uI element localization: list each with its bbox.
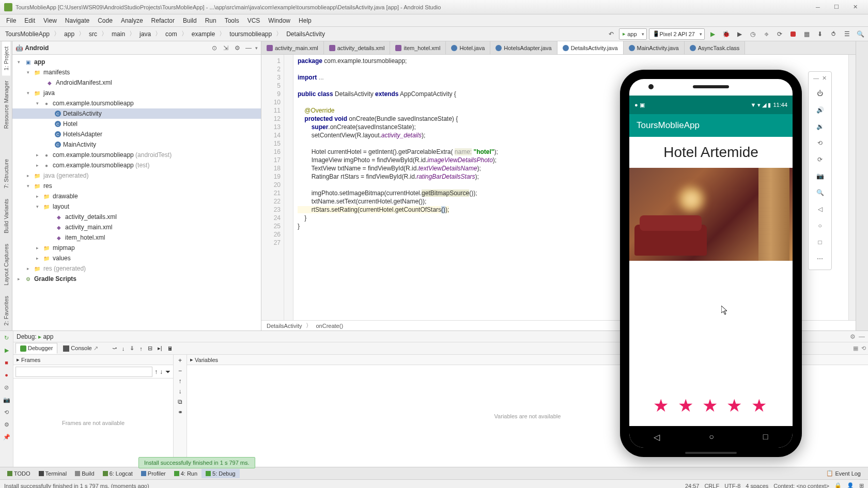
btab-profiler[interactable]: Profiler xyxy=(137,469,170,478)
menu-help[interactable]: Help xyxy=(295,16,316,25)
emu-close-icon[interactable]: ✕ xyxy=(822,75,827,82)
bc-file[interactable]: DetailsActivity xyxy=(283,29,328,39)
tree-app[interactable]: ▾▣app xyxy=(12,57,261,67)
status-encoding[interactable]: UTF-8 xyxy=(724,483,740,489)
prev-frame-icon[interactable]: ↑ xyxy=(154,368,158,375)
vtab-favorites[interactable]: 2: Favorites xyxy=(2,291,10,330)
settings-icon[interactable]: ⚙ xyxy=(233,43,242,53)
status-lock-icon[interactable]: 🔒 xyxy=(834,482,842,488)
run-to-cursor-icon[interactable]: ▸| xyxy=(156,345,164,352)
menu-build[interactable]: Build xyxy=(179,16,201,25)
hide-icon[interactable]: — xyxy=(244,43,253,53)
emu-rotate-right-icon[interactable]: ⟳ xyxy=(812,152,828,167)
evaluate-icon[interactable]: 🖩 xyxy=(165,345,175,352)
restore-layout-icon[interactable]: ⟲ xyxy=(2,407,11,417)
tree-manifest-file[interactable]: ◆AndroidManifest.xml xyxy=(12,77,261,88)
tree-gradle[interactable]: ▸⚙Gradle Scripts xyxy=(12,274,261,284)
collapse-all-icon[interactable]: ⇲ xyxy=(221,43,230,53)
bc-example[interactable]: example xyxy=(189,29,218,39)
tree-layout-details[interactable]: ◆activity_details.xml xyxy=(12,212,261,222)
pin-icon[interactable]: 📌 xyxy=(2,432,11,442)
emu-rotate-left-icon[interactable]: ⟲ xyxy=(812,135,828,151)
menu-analyze[interactable]: Analyze xyxy=(117,16,147,25)
debug-hide-icon[interactable]: — xyxy=(859,333,865,340)
emu-volume-down-icon[interactable]: 🔉 xyxy=(812,119,828,134)
status-memory-icon[interactable]: ⊞ xyxy=(859,482,864,488)
tab-main-activity[interactable]: MainActivity.java xyxy=(624,41,685,54)
emu-screenshot-icon[interactable]: 📷 xyxy=(812,168,828,184)
run-config-combo[interactable]: ▸ app xyxy=(619,28,646,40)
emu-more-icon[interactable]: ⋯ xyxy=(812,251,828,266)
menu-run[interactable]: Run xyxy=(201,16,221,25)
project-tree[interactable]: ▾▣app ▾📁manifests ◆AndroidManifest.xml ▾… xyxy=(12,55,261,330)
tree-mipmap[interactable]: ▸📁mipmap xyxy=(12,243,261,253)
emu-minimize-icon[interactable]: — xyxy=(813,75,819,82)
scroll-from-source-icon[interactable]: ⊙ xyxy=(210,43,219,53)
menu-navigate[interactable]: Navigate xyxy=(61,16,94,25)
tree-layout-main[interactable]: ◆activity_main.xml xyxy=(12,222,261,232)
down-icon[interactable]: ↓ xyxy=(179,388,182,395)
link-icon[interactable]: ⚭ xyxy=(178,408,183,416)
tab-item-hotel[interactable]: item_hotel.xml xyxy=(390,41,446,54)
tab-details-activity[interactable]: DetailsActivity.java xyxy=(557,41,624,54)
btab-build[interactable]: Build xyxy=(71,469,98,478)
editor-scrollbar[interactable] xyxy=(848,55,856,320)
vtab-build-variants[interactable]: Build Variants xyxy=(2,194,10,239)
search-icon[interactable]: 🔍 xyxy=(855,28,866,40)
tree-pkg-atest[interactable]: ▸●com.example.toursmoblieapp (androidTes… xyxy=(12,150,261,160)
tree-class-details[interactable]: CDetailsActivity xyxy=(12,108,261,119)
tree-class-adapter[interactable]: CHotelsAdapter xyxy=(12,129,261,139)
debug-settings-icon[interactable]: ⚙ xyxy=(850,333,856,340)
bc-main[interactable]: main xyxy=(109,29,128,39)
nav-home-icon[interactable]: ○ xyxy=(709,432,714,442)
apply-changes-button[interactable]: ⟳ xyxy=(774,28,785,40)
tab-adapter[interactable]: HotelsAdapter.java xyxy=(490,41,557,54)
menu-file[interactable]: File xyxy=(2,16,20,25)
remove-icon[interactable]: − xyxy=(178,367,182,374)
tree-res[interactable]: ▾📁res xyxy=(12,181,261,191)
sdk-button[interactable]: ⬇ xyxy=(814,28,826,40)
menu-edit[interactable]: Edit xyxy=(20,16,39,25)
back-icon[interactable]: ↶ xyxy=(606,28,617,40)
step-out-icon[interactable]: ↑ xyxy=(137,345,145,352)
vtab-resource-manager[interactable]: Resource Manager xyxy=(2,75,10,134)
btab-eventlog[interactable]: 📋 Event Log xyxy=(822,468,865,478)
tab-hotel[interactable]: Hotel.java xyxy=(446,41,490,54)
coverage-button[interactable]: ▶ xyxy=(734,28,745,40)
menu-window[interactable]: Window xyxy=(264,16,295,25)
menu-refactor[interactable]: Refactor xyxy=(147,16,179,25)
copy-icon[interactable]: ⧉ xyxy=(178,398,182,405)
resume-icon[interactable]: ▶ xyxy=(2,345,11,355)
profile-button[interactable]: ◷ xyxy=(747,28,758,40)
menu-view[interactable]: View xyxy=(39,16,61,25)
tree-layout[interactable]: ▾📁layout xyxy=(12,201,261,212)
emulator-screen[interactable]: ● ▣ ▼ ▾ ◢ ▮ 11:44 ToursMoblieApp Hotel A… xyxy=(629,79,793,448)
sync-button[interactable]: ⥀ xyxy=(828,28,839,40)
tree-class-hotel[interactable]: CHotel xyxy=(12,119,261,129)
step-into-icon[interactable]: ↓ xyxy=(120,345,127,352)
vtab-structure[interactable]: 7: Structure xyxy=(2,154,10,194)
drop-frame-icon[interactable]: ⊟ xyxy=(146,345,154,352)
btab-debug[interactable]: 5: Debug xyxy=(202,469,240,478)
up-icon[interactable]: ↑ xyxy=(179,377,182,385)
view-breakpoints-icon[interactable]: ● xyxy=(2,370,11,380)
attach-button[interactable]: ⎆ xyxy=(761,28,772,40)
menu-tools[interactable]: Tools xyxy=(221,16,243,25)
tab-console[interactable]: Console ↗ xyxy=(58,343,102,354)
btab-todo[interactable]: TODO xyxy=(3,469,35,478)
tree-values[interactable]: ▸📁values xyxy=(12,253,261,263)
emu-back-icon[interactable]: ◁ xyxy=(812,201,828,217)
rerun-icon[interactable]: ↻ xyxy=(2,333,11,342)
emu-zoom-icon[interactable]: 🔍 xyxy=(812,185,828,200)
tab-activity-main[interactable]: activity_main.xml xyxy=(261,41,324,54)
tab-debugger[interactable]: Debugger xyxy=(16,343,57,354)
step-over-icon[interactable]: ⤻ xyxy=(110,345,119,352)
restore-icon[interactable]: ⟲ xyxy=(861,345,866,352)
settings-debug-icon[interactable]: ⚙ xyxy=(2,420,11,429)
bc-src[interactable]: src xyxy=(86,29,100,39)
window-maximize[interactable]: ☐ xyxy=(828,2,845,12)
tree-java-gen[interactable]: ▸📁java (generated) xyxy=(12,170,261,181)
layout-icon[interactable]: ▦ xyxy=(853,345,858,352)
bc-java[interactable]: java xyxy=(136,29,154,39)
project-panel-header[interactable]: 🤖 Android ⊙ ⇲ ⚙ — xyxy=(12,41,261,55)
